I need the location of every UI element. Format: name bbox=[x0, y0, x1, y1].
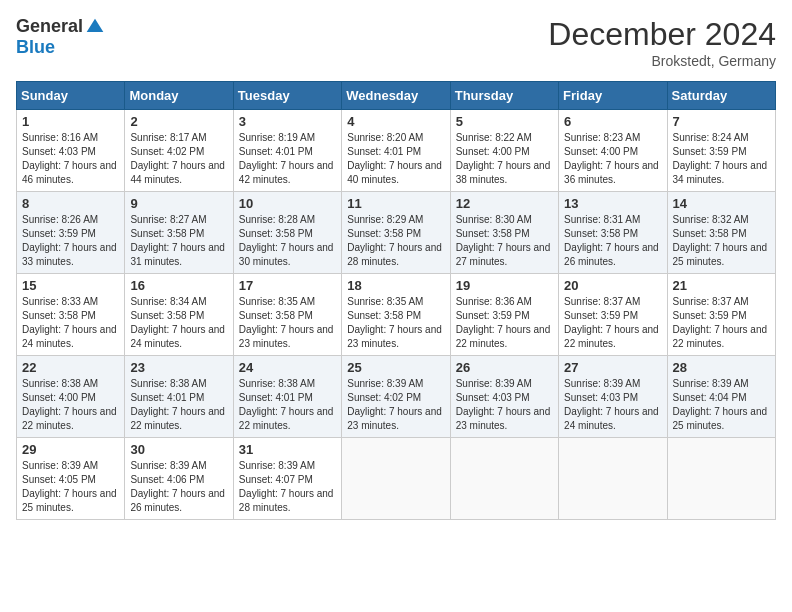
cell-info: Sunrise: 8:36 AM Sunset: 3:59 PM Dayligh… bbox=[456, 295, 553, 351]
calendar-cell: 10Sunrise: 8:28 AM Sunset: 3:58 PM Dayli… bbox=[233, 192, 341, 274]
calendar-cell: 25Sunrise: 8:39 AM Sunset: 4:02 PM Dayli… bbox=[342, 356, 450, 438]
calendar-cell: 7Sunrise: 8:24 AM Sunset: 3:59 PM Daylig… bbox=[667, 110, 775, 192]
cell-info: Sunrise: 8:39 AM Sunset: 4:06 PM Dayligh… bbox=[130, 459, 227, 515]
day-number: 10 bbox=[239, 196, 336, 211]
cell-info: Sunrise: 8:33 AM Sunset: 3:58 PM Dayligh… bbox=[22, 295, 119, 351]
calendar-cell: 13Sunrise: 8:31 AM Sunset: 3:58 PM Dayli… bbox=[559, 192, 667, 274]
cell-info: Sunrise: 8:38 AM Sunset: 4:00 PM Dayligh… bbox=[22, 377, 119, 433]
day-number: 1 bbox=[22, 114, 119, 129]
cell-info: Sunrise: 8:39 AM Sunset: 4:05 PM Dayligh… bbox=[22, 459, 119, 515]
day-number: 7 bbox=[673, 114, 770, 129]
page-header: General Blue December 2024 Brokstedt, Ge… bbox=[16, 16, 776, 69]
cell-info: Sunrise: 8:39 AM Sunset: 4:03 PM Dayligh… bbox=[456, 377, 553, 433]
day-number: 24 bbox=[239, 360, 336, 375]
weekday-header-tuesday: Tuesday bbox=[233, 82, 341, 110]
cell-info: Sunrise: 8:31 AM Sunset: 3:58 PM Dayligh… bbox=[564, 213, 661, 269]
cell-info: Sunrise: 8:35 AM Sunset: 3:58 PM Dayligh… bbox=[239, 295, 336, 351]
day-number: 22 bbox=[22, 360, 119, 375]
day-number: 23 bbox=[130, 360, 227, 375]
calendar-cell: 12Sunrise: 8:30 AM Sunset: 3:58 PM Dayli… bbox=[450, 192, 558, 274]
calendar-week-row: 15Sunrise: 8:33 AM Sunset: 3:58 PM Dayli… bbox=[17, 274, 776, 356]
calendar-cell: 4Sunrise: 8:20 AM Sunset: 4:01 PM Daylig… bbox=[342, 110, 450, 192]
day-number: 9 bbox=[130, 196, 227, 211]
calendar-cell: 28Sunrise: 8:39 AM Sunset: 4:04 PM Dayli… bbox=[667, 356, 775, 438]
weekday-header-friday: Friday bbox=[559, 82, 667, 110]
calendar-cell: 26Sunrise: 8:39 AM Sunset: 4:03 PM Dayli… bbox=[450, 356, 558, 438]
calendar-cell: 19Sunrise: 8:36 AM Sunset: 3:59 PM Dayli… bbox=[450, 274, 558, 356]
cell-info: Sunrise: 8:27 AM Sunset: 3:58 PM Dayligh… bbox=[130, 213, 227, 269]
calendar-week-row: 1Sunrise: 8:16 AM Sunset: 4:03 PM Daylig… bbox=[17, 110, 776, 192]
calendar-cell: 22Sunrise: 8:38 AM Sunset: 4:00 PM Dayli… bbox=[17, 356, 125, 438]
cell-info: Sunrise: 8:34 AM Sunset: 3:58 PM Dayligh… bbox=[130, 295, 227, 351]
weekday-header-thursday: Thursday bbox=[450, 82, 558, 110]
calendar-cell: 2Sunrise: 8:17 AM Sunset: 4:02 PM Daylig… bbox=[125, 110, 233, 192]
month-year-title: December 2024 bbox=[548, 16, 776, 53]
cell-info: Sunrise: 8:23 AM Sunset: 4:00 PM Dayligh… bbox=[564, 131, 661, 187]
title-area: December 2024 Brokstedt, Germany bbox=[548, 16, 776, 69]
calendar-cell: 15Sunrise: 8:33 AM Sunset: 3:58 PM Dayli… bbox=[17, 274, 125, 356]
calendar-cell: 24Sunrise: 8:38 AM Sunset: 4:01 PM Dayli… bbox=[233, 356, 341, 438]
cell-info: Sunrise: 8:37 AM Sunset: 3:59 PM Dayligh… bbox=[673, 295, 770, 351]
calendar-cell: 18Sunrise: 8:35 AM Sunset: 3:58 PM Dayli… bbox=[342, 274, 450, 356]
calendar-cell: 5Sunrise: 8:22 AM Sunset: 4:00 PM Daylig… bbox=[450, 110, 558, 192]
calendar-cell bbox=[342, 438, 450, 520]
day-number: 20 bbox=[564, 278, 661, 293]
cell-info: Sunrise: 8:24 AM Sunset: 3:59 PM Dayligh… bbox=[673, 131, 770, 187]
cell-info: Sunrise: 8:39 AM Sunset: 4:03 PM Dayligh… bbox=[564, 377, 661, 433]
calendar-cell: 31Sunrise: 8:39 AM Sunset: 4:07 PM Dayli… bbox=[233, 438, 341, 520]
day-number: 16 bbox=[130, 278, 227, 293]
cell-info: Sunrise: 8:30 AM Sunset: 3:58 PM Dayligh… bbox=[456, 213, 553, 269]
day-number: 4 bbox=[347, 114, 444, 129]
day-number: 6 bbox=[564, 114, 661, 129]
calendar-cell: 21Sunrise: 8:37 AM Sunset: 3:59 PM Dayli… bbox=[667, 274, 775, 356]
cell-info: Sunrise: 8:32 AM Sunset: 3:58 PM Dayligh… bbox=[673, 213, 770, 269]
weekday-header-saturday: Saturday bbox=[667, 82, 775, 110]
day-number: 5 bbox=[456, 114, 553, 129]
weekday-header-monday: Monday bbox=[125, 82, 233, 110]
day-number: 27 bbox=[564, 360, 661, 375]
cell-info: Sunrise: 8:26 AM Sunset: 3:59 PM Dayligh… bbox=[22, 213, 119, 269]
day-number: 8 bbox=[22, 196, 119, 211]
calendar-week-row: 8Sunrise: 8:26 AM Sunset: 3:59 PM Daylig… bbox=[17, 192, 776, 274]
calendar-cell: 8Sunrise: 8:26 AM Sunset: 3:59 PM Daylig… bbox=[17, 192, 125, 274]
cell-info: Sunrise: 8:20 AM Sunset: 4:01 PM Dayligh… bbox=[347, 131, 444, 187]
cell-info: Sunrise: 8:39 AM Sunset: 4:02 PM Dayligh… bbox=[347, 377, 444, 433]
day-number: 21 bbox=[673, 278, 770, 293]
day-number: 17 bbox=[239, 278, 336, 293]
day-number: 18 bbox=[347, 278, 444, 293]
cell-info: Sunrise: 8:35 AM Sunset: 3:58 PM Dayligh… bbox=[347, 295, 444, 351]
day-number: 3 bbox=[239, 114, 336, 129]
calendar-cell: 3Sunrise: 8:19 AM Sunset: 4:01 PM Daylig… bbox=[233, 110, 341, 192]
calendar-cell: 20Sunrise: 8:37 AM Sunset: 3:59 PM Dayli… bbox=[559, 274, 667, 356]
calendar-cell: 16Sunrise: 8:34 AM Sunset: 3:58 PM Dayli… bbox=[125, 274, 233, 356]
day-number: 28 bbox=[673, 360, 770, 375]
calendar-header-row: SundayMondayTuesdayWednesdayThursdayFrid… bbox=[17, 82, 776, 110]
calendar-cell bbox=[667, 438, 775, 520]
logo: General Blue bbox=[16, 16, 105, 58]
calendar-cell bbox=[559, 438, 667, 520]
logo-icon bbox=[85, 17, 105, 37]
cell-info: Sunrise: 8:37 AM Sunset: 3:59 PM Dayligh… bbox=[564, 295, 661, 351]
calendar-week-row: 22Sunrise: 8:38 AM Sunset: 4:00 PM Dayli… bbox=[17, 356, 776, 438]
location-text: Brokstedt, Germany bbox=[548, 53, 776, 69]
cell-info: Sunrise: 8:16 AM Sunset: 4:03 PM Dayligh… bbox=[22, 131, 119, 187]
cell-info: Sunrise: 8:28 AM Sunset: 3:58 PM Dayligh… bbox=[239, 213, 336, 269]
day-number: 14 bbox=[673, 196, 770, 211]
calendar-cell bbox=[450, 438, 558, 520]
day-number: 26 bbox=[456, 360, 553, 375]
logo-blue-text: Blue bbox=[16, 37, 55, 58]
cell-info: Sunrise: 8:38 AM Sunset: 4:01 PM Dayligh… bbox=[239, 377, 336, 433]
calendar-cell: 29Sunrise: 8:39 AM Sunset: 4:05 PM Dayli… bbox=[17, 438, 125, 520]
calendar-cell: 1Sunrise: 8:16 AM Sunset: 4:03 PM Daylig… bbox=[17, 110, 125, 192]
calendar-cell: 23Sunrise: 8:38 AM Sunset: 4:01 PM Dayli… bbox=[125, 356, 233, 438]
cell-info: Sunrise: 8:38 AM Sunset: 4:01 PM Dayligh… bbox=[130, 377, 227, 433]
calendar-cell: 9Sunrise: 8:27 AM Sunset: 3:58 PM Daylig… bbox=[125, 192, 233, 274]
weekday-header-sunday: Sunday bbox=[17, 82, 125, 110]
logo-general-text: General bbox=[16, 16, 83, 37]
svg-marker-0 bbox=[87, 18, 104, 31]
day-number: 30 bbox=[130, 442, 227, 457]
cell-info: Sunrise: 8:22 AM Sunset: 4:00 PM Dayligh… bbox=[456, 131, 553, 187]
cell-info: Sunrise: 8:29 AM Sunset: 3:58 PM Dayligh… bbox=[347, 213, 444, 269]
day-number: 11 bbox=[347, 196, 444, 211]
calendar-cell: 6Sunrise: 8:23 AM Sunset: 4:00 PM Daylig… bbox=[559, 110, 667, 192]
